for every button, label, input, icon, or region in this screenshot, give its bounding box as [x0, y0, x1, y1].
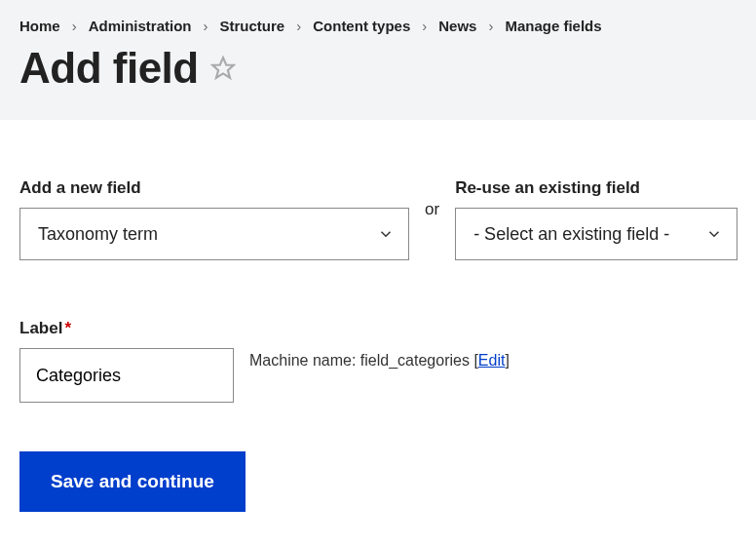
reuse-field-label: Re-use an existing field [455, 178, 737, 198]
chevron-right-icon: › [204, 18, 208, 34]
chevron-right-icon: › [488, 18, 493, 34]
breadcrumb: Home › Administration › Structure › Cont… [19, 18, 737, 34]
content-region: Add a new field Taxonomy term or Re-use … [0, 120, 756, 545]
breadcrumb-link-news[interactable]: News [438, 18, 476, 34]
chevron-down-icon [377, 225, 395, 243]
or-text: or [425, 200, 439, 260]
machine-name-value: field_categories [360, 352, 470, 369]
label-input[interactable] [19, 348, 234, 403]
reuse-field-col: Re-use an existing field - Select an exi… [455, 178, 737, 260]
new-field-select[interactable]: Taxonomy term [19, 208, 409, 260]
new-field-value: Taxonomy term [38, 224, 158, 245]
required-marker: * [64, 319, 71, 337]
chevron-right-icon: › [422, 18, 427, 34]
save-continue-button[interactable]: Save and continue [19, 451, 246, 512]
field-type-row: Add a new field Taxonomy term or Re-use … [19, 178, 737, 260]
page-title: Add field [19, 44, 199, 93]
page-header: Home › Administration › Structure › Cont… [0, 0, 756, 120]
svg-marker-0 [212, 58, 234, 78]
label-field-label-text: Label [19, 319, 62, 337]
chevron-right-icon: › [72, 18, 77, 34]
breadcrumb-link-administration[interactable]: Administration [89, 18, 192, 34]
new-field-col: Add a new field Taxonomy term [19, 178, 409, 260]
machine-name-prefix: Machine name: [249, 352, 360, 369]
breadcrumb-link-manage-fields[interactable]: Manage fields [505, 18, 601, 34]
new-field-label: Add a new field [19, 178, 409, 198]
reuse-field-value: - Select an existing field - [473, 224, 669, 245]
breadcrumb-link-home[interactable]: Home [19, 18, 60, 34]
page-title-wrap: Add field [19, 44, 737, 93]
star-icon[interactable] [210, 56, 236, 81]
breadcrumb-link-content-types[interactable]: Content types [313, 18, 410, 34]
machine-name-display: Machine name: field_categories [Edit] [249, 352, 510, 370]
reuse-field-select[interactable]: - Select an existing field - [455, 208, 737, 260]
machine-name-edit-link[interactable]: Edit [478, 352, 506, 369]
label-field-label: Label* [19, 319, 234, 338]
chevron-down-icon [705, 225, 723, 243]
chevron-right-icon: › [296, 18, 301, 34]
machine-name-bracket: ] [505, 352, 509, 369]
label-row: Label* Machine name: field_categories [E… [19, 319, 737, 403]
breadcrumb-link-structure[interactable]: Structure [220, 18, 285, 34]
label-field-block: Label* [19, 319, 234, 403]
